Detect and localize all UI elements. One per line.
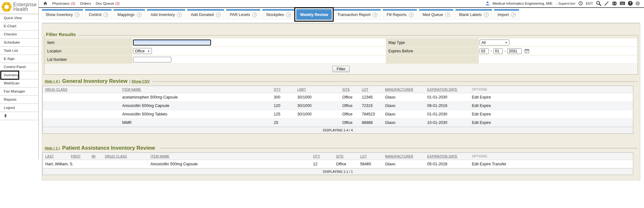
calendar-icon[interactable] xyxy=(524,49,530,54)
item-input[interactable] xyxy=(133,40,211,45)
external-link-icon[interactable]: ↗ xyxy=(445,13,450,17)
external-link-icon[interactable]: ↗ xyxy=(216,13,221,17)
show-csv-link[interactable]: Show CSV xyxy=(132,79,150,83)
col-lot[interactable]: LOT xyxy=(359,86,383,93)
tab-show-inventory[interactable]: Show Inventory↗ xyxy=(42,9,83,20)
nav-doc-queue-label: Doc Queue xyxy=(96,2,114,5)
cell-site: Office xyxy=(334,160,358,168)
tab-mappings[interactable]: Mappings↗ xyxy=(114,9,145,20)
sidebar-item-fax-manager[interactable]: Fax Manager xyxy=(0,88,38,96)
filter-results-fieldset: Filter Results Item Map Type All ▼ Locat… xyxy=(44,35,638,75)
cell-qty: 125 xyxy=(271,110,295,119)
user-role: - SuperUser xyxy=(556,2,575,5)
hide-general-link[interactable]: Hide ( 4 ) xyxy=(45,79,60,83)
sidebar-pin-toggle[interactable] xyxy=(0,112,38,120)
sidebar-item-e-chart[interactable]: E-Chart xyxy=(0,22,38,30)
sidebar-item-reports[interactable]: Reports xyxy=(0,96,38,104)
external-link-icon[interactable]: ↗ xyxy=(75,13,80,17)
home-icon[interactable] xyxy=(43,1,47,6)
cell-options[interactable]: Edit Expire xyxy=(469,119,633,127)
sidebar-item-checkin[interactable]: Checkin xyxy=(0,30,38,39)
nav-doc-queue[interactable]: Doc Queue (3) xyxy=(96,2,119,5)
col-lot[interactable]: LOT xyxy=(358,153,383,160)
location-select[interactable]: Office ▼ xyxy=(133,48,152,54)
col-item-name[interactable]: ITEM NAME xyxy=(120,86,271,93)
sidebar-item-logout[interactable]: Logout xyxy=(0,104,38,112)
search-icon[interactable] xyxy=(596,1,601,6)
cell-options[interactable]: Edit Expire xyxy=(469,93,633,102)
weekly-review-content-panel: Filter Results Item Map Type All ▼ Locat… xyxy=(42,23,640,180)
tab-stockpiles[interactable]: Stockpiles↗ xyxy=(262,9,294,20)
cell-options[interactable]: Edit Expire xyxy=(469,110,633,119)
col-manufacturer[interactable]: MANUFACTURER xyxy=(383,86,425,93)
col-limit[interactable]: LIMIT xyxy=(295,86,340,93)
external-link-icon[interactable]: ↗ xyxy=(409,13,414,17)
col-drug-class[interactable]: DRUG CLASS xyxy=(43,86,120,93)
item-label: Item xyxy=(45,39,132,46)
cell-options[interactable]: Edit Expire xyxy=(469,102,633,110)
external-link-icon[interactable]: ↗ xyxy=(103,13,108,17)
lot-number-input[interactable] xyxy=(133,57,171,62)
section-rule xyxy=(160,148,637,148)
hide-patient-link[interactable]: Hide ( 1 ) xyxy=(45,146,60,150)
nav-orders[interactable]: Orders xyxy=(80,2,91,5)
sidebar-item-task-list[interactable]: Task List xyxy=(0,47,38,55)
col-expiration-date[interactable]: EXPIRATION DATE xyxy=(425,153,469,160)
sidebar-item-inventory[interactable]: Inventory xyxy=(0,71,38,79)
tab-add-donated[interactable]: Add Donated↗ xyxy=(187,9,224,20)
tab-weekly-review[interactable]: Weekly Review xyxy=(296,9,331,20)
wand-icon[interactable] xyxy=(604,1,609,6)
tab-label: Add Donated xyxy=(191,13,214,17)
sidebar-item-e-sign[interactable]: E-Sign xyxy=(0,55,38,63)
col-qty[interactable]: QTY xyxy=(311,153,334,160)
col-first[interactable]: FIRST xyxy=(69,153,89,160)
nav-physicians[interactable]: Physicians (3) xyxy=(52,2,75,5)
expires-year-input[interactable] xyxy=(507,48,522,54)
col-site[interactable]: SITE xyxy=(334,153,358,160)
cell-drug-class xyxy=(43,93,120,102)
external-link-icon[interactable]: ↗ xyxy=(137,13,142,17)
col-qty[interactable]: QTY xyxy=(271,86,295,93)
table-footer-row: DISPLAYING 1-4 / 4 xyxy=(43,127,633,134)
col-item-name[interactable]: ITEM NAME xyxy=(148,153,311,160)
expires-day-input[interactable] xyxy=(493,48,503,54)
col-drug-class[interactable]: DRUG CLASS xyxy=(103,153,148,160)
tab-import[interactable]: Import↗ xyxy=(494,9,519,20)
cell-options[interactable]: Edit Expire Transfer xyxy=(469,160,633,168)
expires-month-input[interactable] xyxy=(480,48,489,54)
tab-transaction-report[interactable]: Transaction Report↗ xyxy=(334,9,381,20)
external-link-icon[interactable]: ↗ xyxy=(511,13,516,17)
sidebar-item-scheduler[interactable]: Scheduler xyxy=(0,39,38,47)
globe-icon[interactable] xyxy=(612,1,617,6)
col-mi[interactable]: MI xyxy=(89,153,103,160)
help-icon[interactable]: ? xyxy=(628,1,633,6)
cell-manufacturer: Glaxo xyxy=(383,110,425,119)
external-link-icon[interactable]: ↗ xyxy=(252,13,257,17)
expires-before-field-cell: - - xyxy=(479,47,637,55)
keyboard-icon[interactable] xyxy=(620,1,625,5)
sidebar-item-control-panel[interactable]: Control Panel xyxy=(0,63,38,71)
external-link-icon[interactable]: ↗ xyxy=(373,13,377,17)
external-link-icon[interactable]: ↗ xyxy=(286,13,291,17)
tab-add-inventory[interactable]: Add Inventory↗ xyxy=(147,9,185,20)
col-site[interactable]: SITE xyxy=(340,86,359,93)
map-type-select[interactable]: All ▼ xyxy=(480,40,509,45)
tab-par-levels[interactable]: PAR Levels↗ xyxy=(226,9,260,20)
sidebar-item-webscan[interactable]: WebScan xyxy=(0,79,38,88)
filter-button[interactable]: Filter xyxy=(332,66,350,72)
col-manufacturer[interactable]: MANUFACTURER xyxy=(383,153,425,160)
clock-icon[interactable] xyxy=(578,1,583,6)
external-link-icon[interactable]: ↗ xyxy=(484,13,489,17)
external-link-icon[interactable]: ↗ xyxy=(177,13,182,17)
user-name[interactable]: Medical Informatics Engineering, MIE xyxy=(493,2,552,5)
tab-fill-reports[interactable]: Fill Reports↗ xyxy=(383,9,417,20)
col-last[interactable]: LAST xyxy=(43,153,69,160)
col-expiration-date[interactable]: EXPIRATION DATE xyxy=(425,86,469,93)
tab-label: Show Inventory xyxy=(46,13,73,17)
table-header-row: LAST FIRST MI DRUG CLASS ITEM NAME QTY S… xyxy=(43,153,633,160)
table-footer-row: DISPLAYING 1-1 / 1 xyxy=(43,168,633,175)
tab-med-queue[interactable]: Med Queue↗ xyxy=(419,9,453,20)
tab-blank-labels[interactable]: Blank Labels↗ xyxy=(455,9,492,20)
sidebar-item-quick-view[interactable]: Quick View xyxy=(0,14,38,22)
tab-control[interactable]: Control↗ xyxy=(85,9,112,20)
